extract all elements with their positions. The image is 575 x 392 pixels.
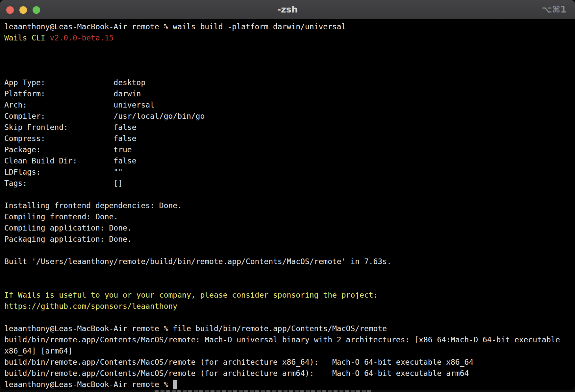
terminal-line: Compiler: /usr/local/go/bin/go bbox=[4, 110, 572, 122]
terminal-line bbox=[4, 189, 572, 200]
terminal-line: leaanthony@Leas-MacBook-Air remote % wai… bbox=[4, 21, 572, 32]
terminal-line bbox=[4, 312, 572, 323]
tab-shortcut-label: ⌥⌘1 bbox=[542, 0, 566, 19]
background-window-sliver bbox=[155, 390, 372, 392]
terminal-line: Platform: darwin bbox=[4, 88, 572, 99]
terminal-text-segment: Clean Build Dir: false bbox=[4, 157, 137, 165]
terminal-window: -zsh ⌥⌘1 leaanthony@Leas-MacBook-Air rem… bbox=[0, 0, 575, 390]
terminal-text-segment: Wails CLI bbox=[4, 34, 50, 42]
terminal-text-segment: build/bin/remote.app/Contents/MacOS/remo… bbox=[4, 369, 469, 378]
terminal-line bbox=[4, 278, 572, 289]
terminal-line: Compiling application: Done. bbox=[4, 222, 572, 233]
terminal-line: leaanthony@Leas-MacBook-Air remote % bbox=[4, 379, 572, 390]
terminal-line bbox=[4, 43, 572, 55]
terminal-line: Compiling frontend: Done. bbox=[4, 211, 572, 222]
terminal-line: LDFlags: "" bbox=[4, 166, 572, 178]
terminal-line: Compress: false bbox=[4, 133, 572, 144]
terminal-line: leaanthony@Leas-MacBook-Air remote % fil… bbox=[4, 323, 572, 334]
terminal-text-segment: Compress: false bbox=[4, 134, 137, 143]
terminal-text-segment: Compiling frontend: Done. bbox=[4, 212, 118, 221]
terminal-text-segment: Built '/Users/leaanthony/remote/build/bi… bbox=[4, 257, 391, 266]
terminal-line: Built '/Users/leaanthony/remote/build/bi… bbox=[4, 256, 572, 267]
terminal-line: build/bin/remote.app/Contents/MacOS/remo… bbox=[4, 368, 572, 379]
terminal-line: x86_64] [arm64] bbox=[4, 345, 572, 356]
terminal-line: Package: true bbox=[4, 144, 572, 155]
window-titlebar[interactable]: -zsh ⌥⌘1 bbox=[0, 0, 575, 19]
terminal-text-segment: Arch: universal bbox=[4, 101, 155, 109]
terminal-text-segment: build/bin/remote.app/Contents/MacOS/remo… bbox=[4, 335, 560, 344]
terminal-line: Tags: [] bbox=[4, 178, 572, 189]
terminal-line bbox=[4, 55, 572, 66]
terminal-text-segment: If Wails is useful to you or your compan… bbox=[4, 291, 378, 299]
terminal-text-segment: leaanthony@Leas-MacBook-Air remote % wai… bbox=[4, 22, 346, 31]
terminal-line: Arch: universal bbox=[4, 99, 572, 110]
terminal-line: Skip Frontend: false bbox=[4, 122, 572, 133]
terminal-line: If Wails is useful to you or your compan… bbox=[4, 289, 572, 301]
terminal-line: build/bin/remote.app/Contents/MacOS/remo… bbox=[4, 334, 572, 345]
terminal-text-segment: Platform: darwin bbox=[4, 89, 141, 98]
terminal-text-segment: LDFlags: "" bbox=[4, 168, 123, 176]
terminal-text-segment: App Type: desktop bbox=[4, 78, 145, 87]
terminal-text-segment: leaanthony@Leas-MacBook-Air remote % fil… bbox=[4, 324, 387, 333]
terminal-line: Wails CLI v2.0.0-beta.15 bbox=[4, 32, 572, 43]
terminal-text-segment: v2.0.0-beta.15 bbox=[50, 34, 113, 42]
terminal-text-segment: build/bin/remote.app/Contents/MacOS/remo… bbox=[4, 358, 473, 366]
terminal-text-segment: Tags: [] bbox=[4, 179, 123, 187]
terminal-body[interactable]: leaanthony@Leas-MacBook-Air remote % wai… bbox=[0, 19, 575, 390]
terminal-text-segment: x86_64] [arm64] bbox=[4, 347, 73, 355]
terminal-text-segment: https://github.com/sponsors/leaanthony bbox=[4, 302, 177, 310]
terminal-line: Packaging application: Done. bbox=[4, 233, 572, 245]
terminal-cursor bbox=[173, 380, 177, 389]
window-title: -zsh bbox=[0, 0, 575, 19]
terminal-line bbox=[4, 66, 572, 77]
terminal-text-segment: Skip Frontend: false bbox=[4, 123, 137, 132]
terminal-line bbox=[4, 267, 572, 278]
terminal-text-segment: Compiler: /usr/local/go/bin/go bbox=[4, 112, 205, 120]
terminal-text-segment: Packaging application: Done. bbox=[4, 235, 132, 243]
terminal-line: Clean Build Dir: false bbox=[4, 155, 572, 166]
terminal-line: Installing frontend dependencies: Done. bbox=[4, 200, 572, 211]
terminal-text-segment: Package: true bbox=[4, 145, 132, 154]
terminal-line: build/bin/remote.app/Contents/MacOS/remo… bbox=[4, 356, 572, 368]
terminal-line bbox=[4, 245, 572, 256]
terminal-text-segment: leaanthony@Leas-MacBook-Air remote % bbox=[4, 380, 173, 389]
terminal-line: App Type: desktop bbox=[4, 77, 572, 88]
terminal-line: https://github.com/sponsors/leaanthony bbox=[4, 301, 572, 312]
terminal-text-segment: Installing frontend dependencies: Done. bbox=[4, 201, 182, 210]
terminal-text-segment: Compiling application: Done. bbox=[4, 224, 132, 232]
